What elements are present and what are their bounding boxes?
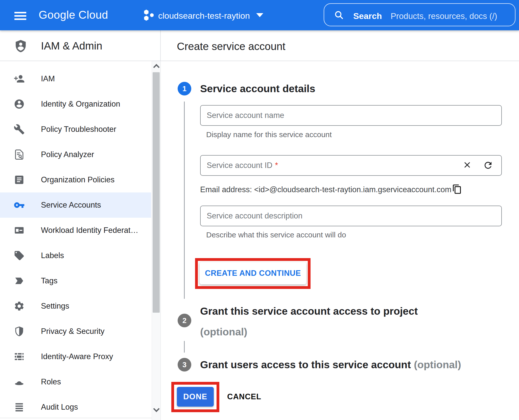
search-icon[interactable] [334,10,344,20]
email-note: Email address: <id>@cloudsearch-test-ray… [200,185,452,194]
person-add-icon [14,73,25,84]
top-bar: Google Cloud cloudsearch-test-raytion Se… [0,0,519,30]
stepper-connector-2 [184,341,185,353]
cancel-button[interactable]: CANCEL [227,392,261,402]
scroll-up-icon[interactable] [153,64,159,70]
step-1-indicator: 1 [178,82,191,95]
step-1-title: Service account details [200,80,315,97]
sidebar-item-iam[interactable]: IAM [0,66,151,91]
name-helper-text: Display name for this service account [206,130,332,139]
service-account-id-placeholder: Service account ID [207,161,272,170]
sidebar-item-workload-identity-federation[interactable]: Workload Identity Federat… [0,218,151,243]
hat-icon [14,376,25,387]
sidebar-item-audit-logs[interactable]: Audit Logs [0,394,151,420]
service-account-description-placeholder: Service account description [207,211,302,220]
page-title: Create service account [177,40,286,53]
scrollbar-thumb[interactable] [153,72,160,313]
project-hexagons-icon [143,9,155,21]
step-2-title: Grant this service account access to pro… [200,302,418,341]
article-icon [14,174,25,185]
sidebar-item-privacy-security[interactable]: Privacy & Security [0,319,151,344]
stepper-connector-1 [184,102,185,299]
step-3-title: Grant users access to this service accou… [200,356,461,374]
clear-icon[interactable] [462,160,472,170]
search-label: Search [353,11,382,21]
sidebar-title: IAM & Admin [41,39,102,53]
step-2-indicator: 2 [178,314,191,327]
sidebar-item-roles[interactable]: Roles [0,369,151,394]
sidebar-item-service-accounts[interactable]: Service Accounts [0,192,151,218]
search-placeholder: Products, resources, docs (/) [391,11,497,21]
gear-icon [14,301,25,312]
refresh-icon[interactable] [483,160,493,170]
sidebar-item-tags[interactable]: Tags [0,268,151,293]
service-account-id-input[interactable]: Service account ID * [200,155,502,176]
shield-half-icon [14,326,25,337]
sidebar-item-policy-analyzer[interactable]: Policy Analyzer [0,142,151,167]
chevron-down-icon[interactable] [256,13,263,17]
step-3-indicator: 3 [178,358,191,372]
iam-admin-shield-icon [14,38,28,54]
sidebar-item-identity-aware-proxy[interactable]: Identity-Aware Proxy [0,344,151,369]
done-button[interactable]: DONE [177,387,214,407]
step-2-optional-label: (optional) [200,323,418,341]
required-asterisk: * [275,161,278,170]
identity-icon [14,98,25,110]
google-cloud-console: Google Cloud cloudsearch-test-raytion Se… [0,0,519,420]
sidebar-item-organization-policies[interactable]: Organization Policies [0,167,151,192]
logs-icon [14,402,25,413]
service-account-description-input[interactable]: Service account description [200,206,502,226]
label-icon [14,250,25,261]
step-2-title-text: Grant this service account access to pro… [200,302,418,320]
sidebar-item-labels[interactable]: Labels [0,243,151,268]
sidebar-item-settings[interactable]: Settings [0,293,151,319]
hamburger-menu-icon[interactable] [14,12,26,20]
iap-icon [14,351,25,362]
step-3-optional-label: (optional) [414,359,461,370]
tag-icon [14,275,25,286]
project-selector[interactable]: cloudsearch-test-raytion [158,11,250,21]
sidebar-item-identity-organization[interactable]: Identity & Organization [0,91,151,117]
scroll-down-icon[interactable] [153,406,159,412]
wrench-icon [14,124,25,135]
copy-icon[interactable] [452,184,462,194]
service-account-name-input[interactable]: Service account name [200,105,502,126]
sidebar-item-policy-troubleshooter[interactable]: Policy Troubleshooter [0,117,151,142]
key-icon [14,200,25,211]
create-and-continue-button[interactable]: CREATE AND CONTINUE [200,262,306,284]
service-account-name-placeholder: Service account name [207,111,284,120]
card-icon [14,225,25,236]
sidebar-scrollbar[interactable] [152,61,160,420]
sidebar-nav: IAM Identity & Organization Policy Troub… [0,61,152,420]
step-3-title-text: Grant users access to this service accou… [200,359,411,370]
description-helper-text: Describe what this service account will … [206,230,346,239]
policy-analyzer-icon [14,149,25,160]
google-cloud-logo: Google Cloud [39,8,108,21]
